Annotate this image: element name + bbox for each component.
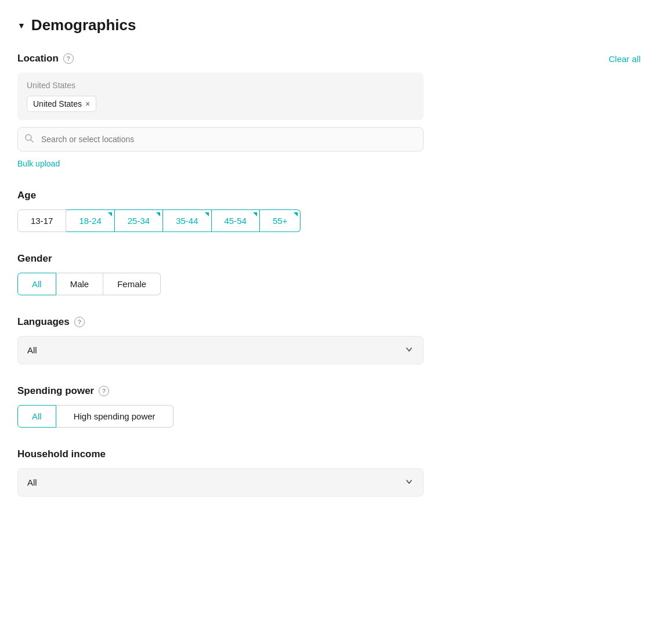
languages-section: Languages ? All [17,316,641,364]
age-button-group: 13-17 18-24 25-34 35-44 45-54 55+ [17,209,641,232]
svg-line-1 [31,140,33,142]
age-btn-13-17[interactable]: 13-17 [17,209,66,232]
location-section-header: Location ? Clear all [17,53,641,64]
household-income-selected-value: All [27,477,37,487]
age-btn-25-34[interactable]: 25-34 [115,209,163,232]
languages-label-group: Languages ? [17,316,85,328]
page-title: Demographics [31,16,136,34]
household-income-label-group: Household income [17,448,106,460]
spending-btn-all[interactable]: All [17,405,56,428]
bulk-upload-button[interactable]: Bulk upload [17,159,60,168]
household-income-section: Household income All [17,448,641,497]
location-search-input[interactable] [17,127,424,151]
household-income-section-header: Household income [17,448,641,460]
gender-section-header: Gender [17,253,641,265]
spending-power-section: Spending power ? All High spending power [17,385,641,428]
household-income-dropdown[interactable]: All [17,468,424,497]
chevron-down-icon [404,477,414,488]
age-btn-35-44[interactable]: 35-44 [163,209,211,232]
gender-btn-all[interactable]: All [17,273,56,295]
location-label: Location [17,53,59,64]
age-label-group: Age [17,190,36,201]
search-icon [24,133,34,145]
location-label-group: Location ? [17,53,74,64]
location-section: Location ? Clear all United States Unite… [17,53,641,169]
gender-label: Gender [17,253,52,265]
gender-btn-female[interactable]: Female [103,273,161,295]
location-tag-label: United States [33,99,82,108]
location-tag[interactable]: United States × [27,96,96,112]
chevron-down-icon[interactable]: ▼ [17,21,26,30]
location-search-wrapper [17,127,424,151]
gender-section: Gender All Male Female [17,253,641,295]
household-income-label: Household income [17,448,106,460]
location-help-icon[interactable]: ? [63,53,74,64]
location-placeholder-text: United States [27,81,414,90]
age-label: Age [17,190,36,201]
languages-help-icon[interactable]: ? [74,317,85,327]
age-btn-55plus[interactable]: 55+ [260,209,301,232]
spending-btn-high[interactable]: High spending power [56,405,173,428]
languages-selected-value: All [27,345,37,355]
spending-power-label: Spending power [17,385,94,397]
age-section: Age 13-17 18-24 25-34 35-44 45-54 55+ [17,190,641,232]
demographics-header: ▼ Demographics [17,16,641,34]
gender-btn-male[interactable]: Male [56,273,104,295]
gender-button-group: All Male Female [17,273,641,295]
languages-label: Languages [17,316,70,328]
spending-power-help-icon[interactable]: ? [99,386,109,396]
clear-all-button[interactable]: Clear all [609,54,641,64]
languages-dropdown[interactable]: All [17,336,424,364]
age-btn-18-24[interactable]: 18-24 [66,209,114,232]
age-section-header: Age [17,190,641,201]
age-btn-45-54[interactable]: 45-54 [212,209,260,232]
chevron-down-icon [404,345,414,356]
location-tag-remove-icon[interactable]: × [85,99,90,108]
spending-power-section-header: Spending power ? [17,385,641,397]
gender-label-group: Gender [17,253,52,265]
spending-power-label-group: Spending power ? [17,385,109,397]
languages-section-header: Languages ? [17,316,641,328]
spending-power-button-group: All High spending power [17,405,641,428]
location-box: United States United States × [17,73,424,120]
